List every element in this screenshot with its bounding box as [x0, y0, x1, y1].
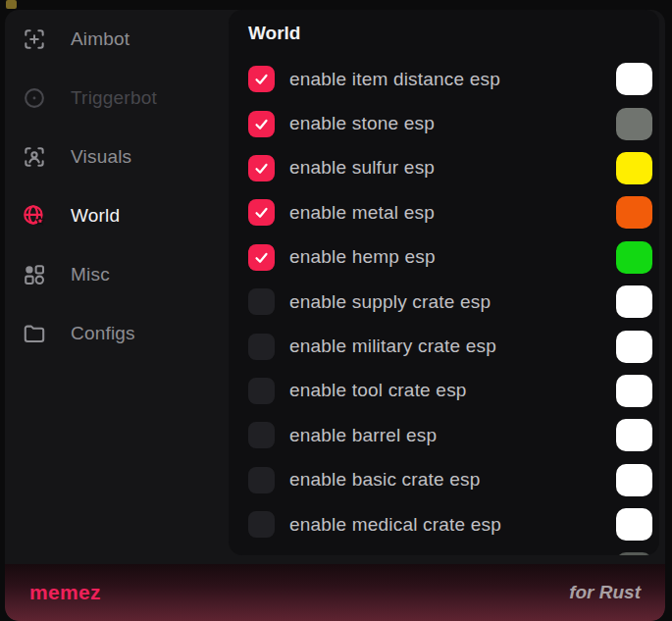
sidebar-item-label: Aimbot [71, 28, 129, 50]
globe-star-icon [22, 203, 47, 229]
circle-dot-icon [22, 85, 47, 111]
esp-checkbox[interactable] [248, 111, 275, 137]
footer-bar: memez for Rust [5, 564, 665, 621]
esp-option-row: enable hemp esp [229, 235, 659, 280]
cheat-menu-window: Aimbot Triggerbot Visuals World Misc Con… [5, 10, 665, 621]
esp-color-swatch[interactable] [616, 508, 652, 541]
sidebar-item-visuals[interactable]: Visuals [5, 128, 229, 186]
esp-color-swatch[interactable] [616, 331, 652, 363]
sidebar-item-misc[interactable]: Misc [5, 245, 229, 304]
esp-checkbox[interactable] [248, 467, 275, 493]
brand-name: memez [29, 581, 101, 604]
esp-option-label: enable barrel esp [289, 425, 437, 446]
sidebar-item-triggerbot[interactable]: Triggerbot [5, 69, 229, 128]
sidebar-item-label: World [71, 205, 120, 227]
esp-color-swatch[interactable] [616, 108, 652, 140]
sidebar: Aimbot Triggerbot Visuals World Misc Con… [5, 10, 229, 564]
esp-option-label: enable item distance esp [289, 69, 500, 90]
sidebar-item-configs[interactable]: Configs [5, 304, 229, 363]
esp-checkbox[interactable] [248, 66, 275, 92]
widgets-icon [22, 262, 47, 287]
panel-title: World [229, 10, 659, 44]
esp-option-row: enable basic crate esp [229, 458, 659, 502]
esp-option-row: enable military crate esp [229, 324, 659, 368]
esp-color-swatch[interactable] [616, 285, 652, 318]
esp-options-list: enable item distance esp enable stone es… [229, 57, 659, 555]
esp-color-swatch[interactable] [616, 241, 652, 274]
esp-option-label: enable metal esp [289, 202, 435, 224]
checkmark-icon [253, 71, 270, 87]
person-scan-icon [22, 144, 47, 170]
esp-option-label: enable tool crate esp [289, 380, 467, 401]
esp-option-row-partial [229, 546, 659, 555]
world-panel: World enable item distance esp enable st… [229, 10, 659, 555]
esp-option-label: enable stone esp [289, 113, 435, 134]
brand-tagline: for Rust [569, 582, 641, 603]
esp-color-swatch[interactable] [616, 375, 652, 407]
esp-option-row: enable barrel esp [229, 413, 659, 457]
esp-checkbox[interactable] [248, 378, 275, 404]
esp-option-label: enable military crate esp [289, 336, 496, 357]
background-game-artifact [6, 0, 17, 9]
crosshair-plus-icon [22, 26, 47, 52]
esp-option-row: enable stone esp [229, 101, 659, 145]
esp-checkbox[interactable] [248, 334, 275, 360]
esp-option-row: enable metal esp [229, 190, 659, 234]
esp-option-row: enable sulfur esp [229, 146, 659, 190]
esp-option-label: enable supply crate esp [289, 291, 491, 313]
sidebar-item-world[interactable]: World [5, 186, 229, 245]
esp-checkbox[interactable] [248, 199, 275, 226]
folder-icon [22, 321, 47, 346]
sidebar-item-label: Triggerbot [71, 87, 157, 109]
esp-option-label: enable basic crate esp [289, 469, 481, 491]
esp-checkbox[interactable] [248, 288, 275, 315]
esp-color-swatch[interactable] [616, 552, 652, 555]
esp-option-row: enable item distance esp [229, 57, 659, 101]
checkmark-icon [253, 204, 270, 221]
esp-color-swatch[interactable] [616, 419, 652, 451]
esp-color-swatch[interactable] [616, 63, 652, 95]
esp-option-row: enable tool crate esp [229, 369, 659, 413]
esp-color-swatch[interactable] [616, 464, 652, 496]
esp-color-swatch[interactable] [616, 196, 652, 229]
esp-color-swatch[interactable] [616, 152, 652, 184]
sidebar-item-aimbot[interactable]: Aimbot [5, 10, 229, 69]
esp-option-label: enable medical crate esp [289, 514, 501, 536]
esp-checkbox[interactable] [248, 155, 275, 181]
sidebar-item-label: Visuals [71, 146, 131, 168]
checkmark-icon [253, 160, 270, 177]
checkmark-icon [253, 116, 270, 132]
esp-checkbox[interactable] [248, 511, 275, 538]
esp-option-label: enable hemp esp [289, 246, 436, 268]
esp-checkbox[interactable] [248, 422, 275, 448]
esp-option-row: enable medical crate esp [229, 502, 659, 546]
sidebar-item-label: Misc [71, 264, 110, 285]
esp-option-label: enable sulfur esp [289, 157, 435, 179]
esp-checkbox[interactable] [248, 244, 275, 271]
sidebar-item-label: Configs [71, 323, 135, 344]
esp-option-row: enable supply crate esp [229, 280, 659, 324]
checkmark-icon [253, 249, 270, 266]
